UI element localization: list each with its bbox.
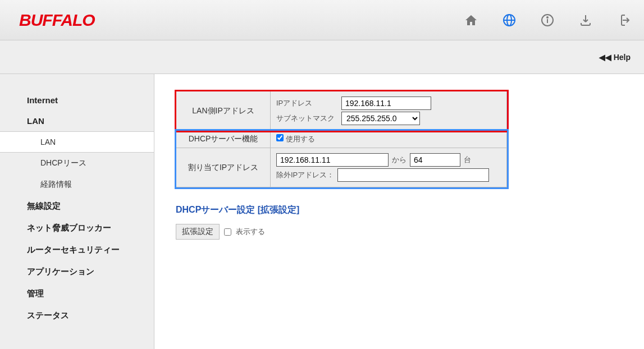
advanced-show-label: 表示する <box>236 227 265 237</box>
sidebar: Internet LAN LAN DHCPリース 経路情報 無線設定 ネット脅威… <box>0 74 154 349</box>
logout-icon[interactable] <box>617 13 631 27</box>
subnet-label: サブネットマスク <box>276 113 338 123</box>
assign-start-input[interactable] <box>276 153 389 167</box>
sidebar-item-application[interactable]: アプリケーション <box>0 261 154 283</box>
assign-count-input[interactable] <box>410 153 460 167</box>
info-icon[interactable] <box>541 13 554 27</box>
advanced-heading: DHCPサーバー設定 [拡張設定] <box>176 204 627 216</box>
globe-icon[interactable] <box>503 13 516 27</box>
sidebar-item-threat-blocker[interactable]: ネット脅威ブロッカー <box>0 217 154 239</box>
from-label: から <box>392 155 407 165</box>
download-icon[interactable] <box>579 13 592 27</box>
ip-address-label: IPアドレス <box>276 98 338 108</box>
dhcp-use-checkbox[interactable] <box>276 134 284 141</box>
sidebar-item-lan[interactable]: LAN <box>0 111 154 131</box>
sidebar-sub-route-info[interactable]: 経路情報 <box>0 174 154 195</box>
dhcp-use-label: 使用する <box>286 135 315 143</box>
exclude-ip-label: 除外IPアドレス： <box>276 170 334 180</box>
sidebar-sub-dhcp-lease[interactable]: DHCPリース <box>0 153 154 174</box>
ip-address-input[interactable] <box>341 97 431 110</box>
sidebar-item-wireless[interactable]: 無線設定 <box>0 195 154 217</box>
sidebar-item-router-security[interactable]: ルーターセキュリティー <box>0 239 154 261</box>
subnet-select[interactable]: 255.255.255.0 <box>341 112 420 125</box>
dhcp-server-label: DHCPサーバー機能 <box>176 131 271 148</box>
help-link[interactable]: ◀◀ Help <box>599 53 631 62</box>
sidebar-item-admin[interactable]: 管理 <box>0 283 154 305</box>
brand-logo: BUFFALO <box>19 11 95 30</box>
advanced-label: 拡張設定 <box>176 224 220 240</box>
count-unit-label: 台 <box>464 155 471 165</box>
home-icon[interactable] <box>464 13 478 27</box>
sidebar-item-status[interactable]: ステータス <box>0 305 154 327</box>
assign-ip-label: 割り当てIPアドレス <box>176 148 271 187</box>
topbar-icons <box>464 13 631 27</box>
sidebar-sub-lan[interactable]: LAN <box>0 131 154 153</box>
exclude-ip-input[interactable] <box>337 168 489 182</box>
advanced-show-checkbox[interactable] <box>224 228 231 236</box>
sidebar-item-internet[interactable]: Internet <box>0 90 154 111</box>
lan-ip-label: LAN側IPアドレス <box>176 91 271 131</box>
main-content: LAN側IPアドレス IPアドレス サブネットマスク 255.255.255.0 <box>154 74 644 349</box>
svg-point-5 <box>547 17 548 18</box>
